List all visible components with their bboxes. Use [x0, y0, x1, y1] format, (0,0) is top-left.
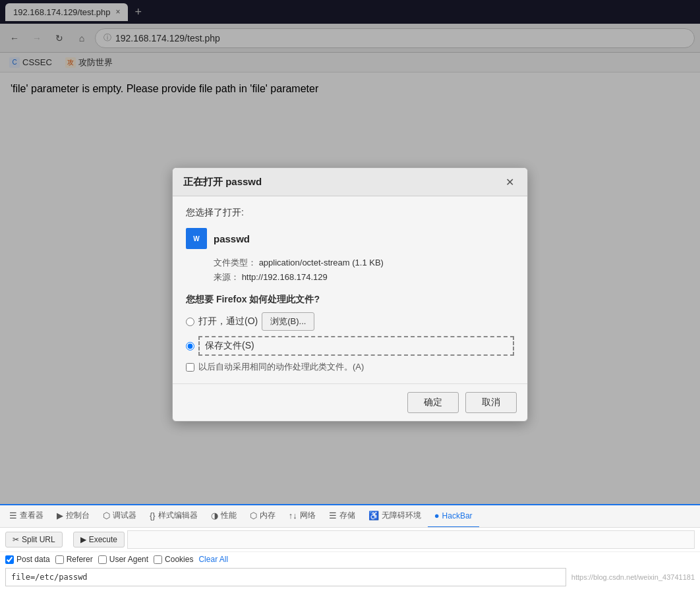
- file-info-row: W passwd: [186, 228, 514, 249]
- hackbar-row1: ✂ Split URL ▶ Execute: [0, 528, 700, 552]
- modal-close-button[interactable]: ✕: [502, 175, 517, 189]
- hackbar-row3: https://blog.csdn.net/weixin_43741181: [0, 567, 700, 589]
- hackbar-url-input[interactable]: [127, 530, 695, 549]
- memory-icon: ⬡: [250, 511, 257, 520]
- devtools-tab-style[interactable]: {} 样式编辑器: [143, 505, 204, 528]
- address-url: 192.168.174.129/test.php: [115, 33, 220, 43]
- open-radio[interactable]: [186, 318, 194, 326]
- bookmark-cssec[interactable]: C CSSEC: [5, 56, 56, 69]
- bookmarks-bar: C CSSEC 攻 攻防世界: [0, 53, 700, 72]
- execute-label: Execute: [89, 535, 117, 544]
- referer-checkbox-label[interactable]: Referer: [55, 555, 93, 564]
- user-agent-checkbox[interactable]: [98, 555, 107, 564]
- page-content: 'file' parameter is empty. Please provid…: [0, 72, 700, 105]
- referer-label: Referer: [67, 555, 93, 564]
- hackbar-post-input[interactable]: [5, 568, 566, 586]
- accessibility-label: 无障碍环境: [382, 510, 421, 521]
- devtools-tab-storage[interactable]: ☰ 存储: [322, 505, 362, 528]
- cookies-label: Cookies: [165, 555, 193, 564]
- devtools-tab-console[interactable]: ▶ 控制台: [50, 505, 96, 528]
- save-file-label[interactable]: 保存文件(S): [198, 336, 514, 356]
- devtools-tab-debugger[interactable]: ⬡ 调试器: [96, 505, 143, 528]
- execute-icon: ▶: [80, 535, 86, 544]
- save-radio[interactable]: [186, 342, 194, 351]
- devtools-tab-inspector[interactable]: ☰ 查看器: [3, 505, 50, 528]
- file-name: passwd: [214, 233, 250, 244]
- modal-question: 您想要 Firefox 如何处理此文件?: [186, 294, 514, 306]
- save-file-option: 保存文件(S): [186, 336, 514, 356]
- console-label: 控制台: [66, 510, 90, 521]
- browser-titlebar: 192.168.174.129/test.php × +: [0, 0, 700, 24]
- cancel-button[interactable]: 取消: [465, 392, 517, 413]
- inspector-icon: ☰: [9, 511, 17, 520]
- split-url-icon: ✂: [13, 535, 19, 544]
- clear-all-link[interactable]: Clear All: [198, 555, 228, 564]
- modal-footer: 确定 取消: [173, 383, 527, 421]
- hackbar-row2: Post data Referer User Agent Cookies Cle…: [0, 552, 700, 567]
- tab-close-button[interactable]: ×: [115, 7, 120, 16]
- hackbar-label: HackBar: [442, 511, 473, 520]
- referer-checkbox[interactable]: [55, 555, 64, 564]
- hackbar-url-hint: https://blog.csdn.net/weixin_43741181: [566, 573, 695, 581]
- address-host: 192.168.174.129: [115, 33, 185, 43]
- style-label: 样式编辑器: [158, 510, 198, 521]
- execute-button[interactable]: ▶ Execute: [73, 532, 125, 547]
- file-icon-text: W: [193, 235, 199, 242]
- network-label: 网络: [300, 510, 316, 521]
- post-data-checkbox[interactable]: [5, 555, 14, 564]
- split-url-label: Split URL: [22, 535, 55, 544]
- confirm-button[interactable]: 确定: [407, 392, 459, 413]
- network-icon: ↑↓: [289, 511, 297, 520]
- performance-label: 性能: [221, 510, 237, 521]
- user-agent-label: User Agent: [109, 555, 148, 564]
- storage-label: 存储: [339, 510, 355, 521]
- auto-action-label[interactable]: 以后自动采用相同的动作处理此类文件。(A): [198, 361, 364, 373]
- file-type-icon: W: [186, 228, 207, 249]
- auto-action-row: 以后自动采用相同的动作处理此类文件。(A): [186, 361, 514, 373]
- devtools-bar: ☰ 查看器 ▶ 控制台 ⬡ 调试器 {} 样式编辑器 ◑ 性能 ⬡ 内存 ↑↓ …: [0, 504, 700, 589]
- info-icon: ⓘ: [103, 32, 111, 43]
- new-tab-button[interactable]: +: [131, 5, 146, 19]
- hackbar-panel: ✂ Split URL ▶ Execute Post data Referer: [0, 528, 700, 589]
- file-type-label: 文件类型：: [214, 258, 256, 267]
- reload-button[interactable]: ↻: [50, 29, 69, 47]
- back-button[interactable]: ←: [5, 29, 24, 47]
- address-path: /test.php: [185, 33, 220, 43]
- browse-button[interactable]: 浏览(B)...: [262, 312, 314, 331]
- open-with-label[interactable]: 打开，通过(O): [198, 316, 258, 327]
- modal-header: 正在打开 passwd ✕: [173, 168, 527, 196]
- page-message: 'file' parameter is empty. Please provid…: [11, 83, 318, 94]
- home-button[interactable]: ⌂: [73, 29, 91, 47]
- active-tab[interactable]: 192.168.174.129/test.php ×: [5, 3, 128, 21]
- cookies-checkbox[interactable]: [154, 555, 162, 564]
- source-label: 来源：: [214, 272, 239, 282]
- devtools-tab-accessibility[interactable]: ♿ 无障碍环境: [362, 505, 428, 528]
- file-type-value: application/octet-stream (1.1 KB): [259, 258, 384, 267]
- bookmark-attack[interactable]: 攻 攻防世界: [61, 55, 117, 70]
- devtools-tab-memory[interactable]: ⬡ 内存: [243, 505, 282, 528]
- file-source-meta: 来源： http://192.168.174.129: [214, 271, 514, 283]
- address-bar[interactable]: ⓘ 192.168.174.129/test.php: [95, 28, 695, 48]
- console-icon: ▶: [57, 511, 63, 520]
- post-data-checkbox-label[interactable]: Post data: [5, 555, 50, 564]
- user-agent-checkbox-label[interactable]: User Agent: [98, 555, 148, 564]
- file-open-dialog: 正在打开 passwd ✕ 您选择了打开: W passwd 文件类型： app…: [172, 167, 528, 422]
- debugger-label: 调试器: [113, 510, 136, 521]
- performance-icon: ◑: [211, 511, 218, 520]
- browser-toolbar: ← → ↻ ⌂ ⓘ 192.168.174.129/test.php: [0, 24, 700, 53]
- attack-icon: 攻: [65, 57, 76, 68]
- modal-body: 您选择了打开: W passwd 文件类型： application/octet…: [173, 196, 527, 383]
- devtools-tab-hackbar[interactable]: ● HackBar: [428, 505, 479, 528]
- cookies-checkbox-label[interactable]: Cookies: [154, 555, 193, 564]
- bookmark-cssec-label: CSSEC: [22, 57, 52, 67]
- devtools-tab-performance[interactable]: ◑ 性能: [204, 505, 243, 528]
- accessibility-icon: ♿: [368, 511, 379, 520]
- split-url-button[interactable]: ✂ Split URL: [5, 532, 63, 547]
- inspector-label: 查看器: [20, 510, 44, 521]
- devtools-tab-network[interactable]: ↑↓ 网络: [282, 505, 322, 528]
- forward-button[interactable]: →: [28, 29, 46, 47]
- source-value: http://192.168.174.129: [242, 272, 328, 282]
- modal-title: 正在打开 passwd: [183, 176, 262, 188]
- hackbar-icon: ●: [434, 511, 440, 520]
- auto-action-checkbox[interactable]: [186, 363, 194, 372]
